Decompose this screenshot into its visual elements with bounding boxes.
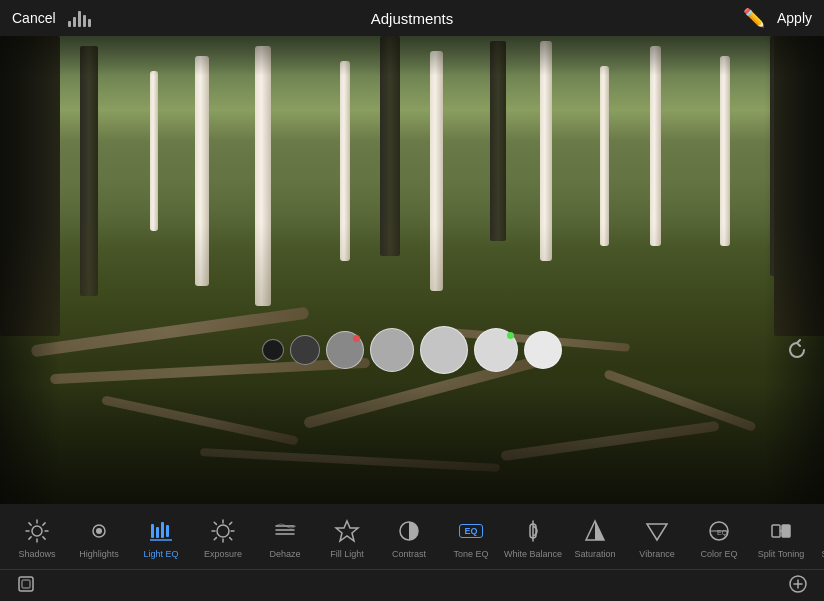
tone-node-4[interactable]	[370, 328, 414, 372]
tool-saturation[interactable]: Saturation	[566, 511, 624, 563]
svg-point-10	[96, 528, 102, 534]
tool-vibrance[interactable]: Vibrance	[628, 511, 686, 563]
saturation-label: Saturation	[574, 549, 615, 559]
tone-node-1[interactable]	[262, 339, 284, 361]
svg-rect-13	[161, 522, 164, 538]
tool-sharpness[interactable]: Sharpness	[814, 511, 824, 563]
tone-node-2[interactable]	[290, 335, 320, 365]
light-eq-icon	[145, 515, 177, 547]
bottom-toolbar: Shadows Highlights	[0, 504, 824, 601]
shadows-label: Shadows	[18, 549, 55, 559]
svg-point-0	[32, 526, 42, 536]
svg-rect-14	[166, 525, 169, 537]
split-toning-label: Split Toning	[758, 549, 804, 559]
svg-marker-28	[336, 521, 358, 541]
svg-rect-35	[772, 525, 780, 537]
white-balance-icon	[517, 515, 549, 547]
contrast-icon	[393, 515, 425, 547]
tone-node-5[interactable]	[420, 326, 468, 374]
svg-line-5	[29, 522, 31, 524]
tool-fill-light[interactable]: Fill Light	[318, 511, 376, 563]
exposure-icon	[207, 515, 239, 547]
contrast-label: Contrast	[392, 549, 426, 559]
brush-icon[interactable]: ✏️	[743, 7, 765, 29]
tone-circles-row	[262, 326, 562, 374]
svg-line-6	[43, 536, 45, 538]
svg-text:EQ: EQ	[717, 529, 728, 537]
reset-icon[interactable]	[786, 339, 808, 366]
svg-rect-11	[151, 524, 154, 538]
svg-line-24	[230, 522, 232, 524]
color-eq-label: Color EQ	[700, 549, 737, 559]
tools-row: Shadows Highlights	[0, 504, 824, 569]
tool-light-eq[interactable]: Light EQ	[132, 511, 190, 563]
tool-white-balance[interactable]: White Balance	[504, 511, 562, 563]
svg-line-23	[214, 537, 216, 539]
svg-line-22	[230, 537, 232, 539]
color-eq-icon: EQ	[703, 515, 735, 547]
vibrance-label: Vibrance	[639, 549, 674, 559]
tone-node-7[interactable]	[524, 331, 562, 369]
svg-line-8	[43, 522, 45, 524]
highlights-label: Highlights	[79, 549, 119, 559]
vibrance-icon	[641, 515, 673, 547]
photo-area	[0, 36, 824, 504]
svg-line-21	[214, 522, 216, 524]
tool-exposure[interactable]: Exposure	[194, 511, 252, 563]
topbar-right: ✏️ Apply	[743, 7, 812, 29]
tone-node-3[interactable]	[326, 331, 364, 369]
tool-highlights[interactable]: Highlights	[70, 511, 128, 563]
svg-rect-36	[782, 525, 790, 537]
svg-line-7	[29, 536, 31, 538]
tone-eq-label: Tone EQ	[453, 549, 488, 559]
saturation-icon	[579, 515, 611, 547]
tool-contrast[interactable]: Contrast	[380, 511, 438, 563]
tone-node-6[interactable]	[474, 328, 518, 372]
cancel-button[interactable]: Cancel	[12, 10, 56, 26]
fill-light-label: Fill Light	[330, 549, 364, 559]
shadows-icon	[21, 515, 53, 547]
svg-marker-31	[647, 524, 667, 540]
top-bar: Cancel Adjustments ✏️ Apply	[0, 0, 824, 36]
light-eq-label: Light EQ	[143, 549, 178, 559]
svg-point-16	[217, 525, 229, 537]
nav-square-icon[interactable]	[16, 574, 36, 598]
split-toning-icon	[765, 515, 797, 547]
highlights-icon	[83, 515, 115, 547]
tool-tone-eq[interactable]: EQ Tone EQ	[442, 511, 500, 563]
svg-rect-43	[19, 577, 33, 591]
tool-dehaze[interactable]: Dehaze	[256, 511, 314, 563]
histogram-icon[interactable]	[68, 9, 91, 27]
white-balance-label: White Balance	[504, 549, 562, 559]
apply-button[interactable]: Apply	[777, 10, 812, 26]
dehaze-label: Dehaze	[269, 549, 300, 559]
svg-rect-44	[22, 580, 30, 588]
tool-color-eq[interactable]: EQ Color EQ	[690, 511, 748, 563]
nav-add-icon[interactable]	[788, 574, 808, 598]
exposure-label: Exposure	[204, 549, 242, 559]
tool-split-toning[interactable]: Split Toning	[752, 511, 810, 563]
svg-rect-12	[156, 527, 159, 538]
fill-light-icon	[331, 515, 363, 547]
tool-shadows[interactable]: Shadows	[8, 511, 66, 563]
page-title: Adjustments	[371, 10, 454, 27]
nav-strip	[0, 569, 824, 601]
topbar-left: Cancel	[12, 9, 91, 27]
tone-eq-badge: EQ	[459, 524, 482, 538]
dehaze-icon	[269, 515, 301, 547]
photo-background	[0, 36, 824, 504]
tone-eq-icon: EQ	[455, 515, 487, 547]
